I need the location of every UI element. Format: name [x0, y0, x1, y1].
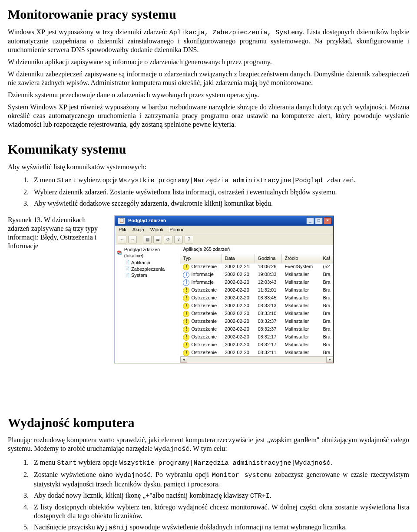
heading-wydajnosc: Wydajność komputera — [8, 414, 409, 431]
tree-zabezpieczenia[interactable]: 📄 Zabezpieczenia — [117, 266, 179, 273]
toolbar-export-icon[interactable]: ⇪ — [174, 236, 183, 243]
event-time: 08:32:37 — [255, 326, 282, 332]
tree-system[interactable]: 📄 System — [117, 273, 179, 279]
info-icon: i — [183, 279, 189, 286]
list-item: Aby wyświetlić dodatkowe szczegóły zdarz… — [30, 199, 409, 208]
col-zrodlo[interactable]: Źródło — [282, 254, 320, 263]
warning-icon: ! — [183, 311, 189, 317]
col-kat[interactable]: Ka! — [320, 254, 333, 263]
window-titlebar[interactable]: 📋 Podgląd zdarzeń _ □ × — [115, 216, 333, 226]
figure-caption: Rysunek 13. W dziennikach zdarzeń zapisy… — [8, 216, 103, 250]
warning-icon: ! — [183, 319, 189, 325]
event-category: Bra — [320, 311, 333, 317]
menu-plik[interactable]: Plik — [119, 227, 126, 233]
heading-monitorowanie: Monitorowanie pracy systemu — [8, 6, 409, 23]
event-row[interactable]: iInformacje2002-02-2012:03:43MsiInstalle… — [180, 279, 333, 287]
menu-akcja[interactable]: Akcja — [132, 227, 144, 233]
col-godzina[interactable]: Godzina — [255, 254, 282, 263]
horizontal-scrollbar[interactable]: ◂ ▸ — [180, 356, 333, 363]
app-icon: 📋 — [118, 217, 126, 224]
toolbar-forward-icon[interactable]: → — [128, 236, 137, 243]
warning-icon: ! — [183, 342, 189, 348]
event-row[interactable]: !Ostrzeżenie2002-02-2008:32:17MsiInstall… — [180, 334, 333, 342]
event-row[interactable]: !Ostrzeżenie2002-02-2008:32:37MsiInstall… — [180, 326, 333, 334]
paragraph: Windows XP jest wyposażony w trzy dzienn… — [8, 28, 409, 55]
event-time: 08:33:10 — [255, 311, 282, 317]
text-mono: Aplikacja, Zabezpieczenia, Systemy — [169, 29, 303, 36]
minimize-button[interactable]: _ — [306, 217, 314, 224]
event-row[interactable]: !Ostrzeżenie2002-02-2008:33:10MsiInstall… — [180, 310, 333, 318]
event-row[interactable]: !Ostrzeżenie2002-02-2008:32:11MsiInstall… — [180, 349, 333, 356]
event-row[interactable]: !Ostrzeżenie2002-02-2008:33:13MsiInstall… — [180, 302, 333, 310]
text-mono: CTR+I — [250, 493, 270, 500]
event-type-label: Informacje — [191, 279, 213, 286]
menu-widok[interactable]: Widok — [150, 227, 164, 233]
scroll-right-icon[interactable]: ▸ — [326, 357, 333, 363]
warning-icon: ! — [183, 350, 189, 356]
paragraph: Aby wyświetlić listę komunikatów systemo… — [8, 163, 409, 171]
event-category: Bra — [320, 350, 333, 356]
text: . — [270, 492, 271, 499]
list-item: Wybierz dziennik zdarzeń. Zostanie wyświ… — [30, 188, 409, 197]
event-row[interactable]: !Ostrzeżenie2002-02-2008:32:37MsiInstall… — [180, 318, 333, 326]
maximize-button[interactable]: □ — [315, 217, 323, 224]
event-date: 2002-02-21 — [222, 264, 255, 270]
scroll-track[interactable] — [187, 357, 326, 362]
text: . W tym celu: — [189, 445, 227, 452]
event-date: 2002-02-20 — [222, 319, 255, 325]
event-date: 2002-02-20 — [222, 311, 255, 317]
tree-label: Aplikacja — [131, 260, 150, 266]
event-source: MsiInstaller — [282, 303, 320, 309]
column-headers: Typ Data Godzina Źródło Ka! — [180, 254, 333, 263]
text: . Po wybraniu opcji — [151, 471, 212, 478]
tree-pane: 📚 Podgląd zdarzeń (lokalnie) 📄 Aplikacja… — [115, 245, 180, 363]
event-row[interactable]: !Ostrzeżenie2002-02-2008:33:45MsiInstall… — [180, 295, 333, 302]
window-title: Podgląd zdarzeń — [128, 218, 303, 224]
event-list: !Ostrzeżenie2002-02-2118:06:26EventSyste… — [180, 263, 333, 356]
col-data[interactable]: Data — [222, 254, 255, 263]
event-row[interactable]: iInformacje2002-02-2019:08:33MsiInstalle… — [180, 271, 333, 279]
ordered-list: Z menu Start wybierz opcje Wszystkie pro… — [8, 176, 409, 208]
tree-label: Podgląd zdarzeń (lokalnie) — [124, 247, 179, 259]
tree-label: System — [131, 273, 147, 279]
event-source: MsiInstaller — [282, 287, 320, 293]
event-source: MsiInstaller — [282, 334, 320, 340]
text: Aby dodać nowy licznik, kliknij ikonę „+… — [34, 492, 250, 499]
event-time: 08:33:13 — [255, 303, 282, 309]
event-type-label: Ostrzeżenie — [191, 342, 217, 348]
event-date: 2002-02-20 — [222, 334, 255, 340]
list-item: Zostanie wyświetlone okno Wydajność. Po … — [30, 470, 409, 489]
warning-icon: ! — [183, 295, 189, 302]
close-button[interactable]: × — [324, 217, 331, 224]
event-source: MsiInstaller — [282, 295, 320, 301]
event-type-label: Informacje — [191, 272, 213, 278]
event-type-label: Ostrzeżenie — [191, 303, 217, 309]
event-row[interactable]: !Ostrzeżenie2002-02-2008:32:17MsiInstall… — [180, 342, 333, 349]
event-row[interactable]: !Ostrzeżenie2002-02-2011:32:01MsiInstall… — [180, 287, 333, 295]
event-row[interactable]: !Ostrzeżenie2002-02-2118:06:26EventSyste… — [180, 263, 333, 271]
scroll-left-icon[interactable]: ◂ — [180, 357, 187, 363]
toolbar-props-icon[interactable]: ☰ — [153, 236, 162, 243]
log-icon: 📄 — [124, 267, 129, 272]
toolbar-back-icon[interactable]: ← — [118, 236, 126, 243]
warning-icon: ! — [183, 287, 189, 294]
menu-pomoc[interactable]: Pomoc — [169, 227, 184, 233]
event-time: 12:03:43 — [255, 279, 282, 286]
event-category: Bra — [320, 303, 333, 309]
text-mono: Start — [57, 177, 76, 184]
list-item: Z menu Start wybierz opcje Wszystkie pro… — [30, 458, 409, 468]
toolbar-view-icon[interactable]: ▦ — [143, 236, 152, 243]
toolbar-refresh-icon[interactable]: ⟳ — [164, 236, 172, 243]
col-typ[interactable]: Typ — [180, 254, 222, 263]
tree-root[interactable]: 📚 Podgląd zdarzeń (lokalnie) — [117, 247, 179, 259]
tree-aplikacja[interactable]: 📄 Aplikacja — [117, 260, 179, 266]
event-source: MsiInstaller — [282, 326, 320, 332]
tree-label: Zabezpieczenia — [131, 266, 165, 273]
event-type-label: Ostrzeżenie — [191, 311, 217, 317]
toolbar-help-icon[interactable]: ? — [185, 236, 193, 243]
log-icon: 📄 — [124, 273, 129, 278]
event-type-label: Ostrzeżenie — [191, 264, 217, 270]
event-type-label: Ostrzeżenie — [191, 319, 217, 325]
event-source: MsiInstaller — [282, 279, 320, 286]
warning-icon: ! — [183, 303, 189, 309]
